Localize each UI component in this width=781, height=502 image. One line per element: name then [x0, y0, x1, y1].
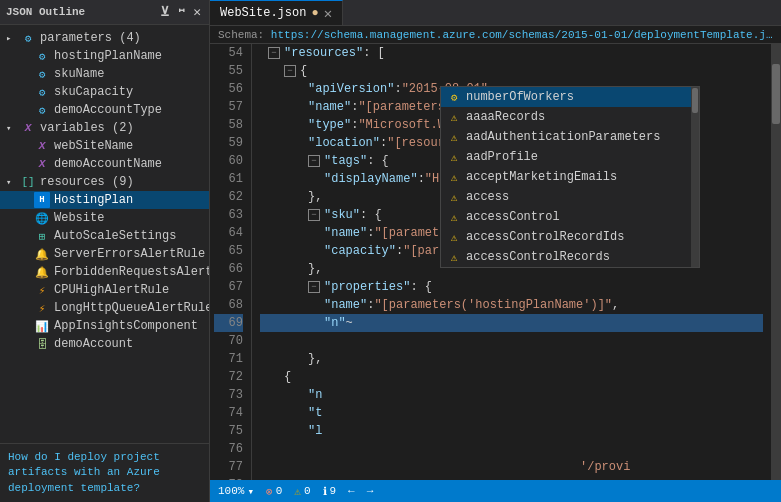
parameters-icon: ⚙ — [20, 30, 36, 46]
cpu-icon: ⚡ — [34, 282, 50, 298]
sidebar-item-resources[interactable]: ▾ [] resources (9) — [0, 173, 209, 191]
sidebar-item-demoAccount[interactable]: 🗄 demoAccount — [0, 335, 209, 353]
sidebar-tree: ▸ ⚙ parameters (4) ⚙ hostingPlanName ⚙ s… — [0, 25, 209, 443]
code-line-75: "l — [260, 422, 763, 440]
variables-label: variables (2) — [40, 121, 134, 135]
ac-item-accessControlRecords[interactable]: ⚠ accessControlRecords — [441, 247, 691, 267]
ac-label: aaaaRecords — [466, 110, 545, 124]
pin-icon[interactable]: ⊻ — [158, 4, 172, 20]
ac-label: numberOfWorkers — [466, 90, 574, 104]
tab-website-json[interactable]: WebSite.json ● ✕ — [210, 0, 343, 25]
ac-label: aadAuthenticationParameters — [466, 130, 660, 144]
status-bar: 100% ▾ ⊗ 0 ⚠ 0 ℹ 9 ← → — [210, 480, 781, 502]
tab-label: WebSite.json — [220, 6, 306, 20]
ac-item-accessControl[interactable]: ⚠ accessControl — [441, 207, 691, 227]
ac-label: acceptMarketingEmails — [466, 170, 617, 184]
schema-url[interactable]: https://schema.management.azure.com/sche… — [271, 29, 781, 41]
error-icon: ⊗ — [266, 485, 273, 498]
website-icon: 🌐 — [34, 210, 50, 226]
right-arrow-icon: → — [367, 485, 374, 497]
error-count[interactable]: ⊗ 0 — [266, 485, 282, 498]
var-icon: X — [34, 138, 50, 154]
expand-55[interactable]: − — [284, 65, 296, 77]
editor-scrollbar[interactable] — [771, 44, 781, 480]
expand-icon: ▸ — [6, 33, 20, 44]
ac-item-numberOfWorkers[interactable]: ⚙ numberOfWorkers — [441, 87, 691, 107]
sidebar-item-HostingPlan[interactable]: H HostingPlan — [0, 191, 209, 209]
close-icon[interactable]: ✕ — [191, 4, 203, 20]
error-value: 0 — [276, 485, 283, 497]
sidebar-item-AutoScaleSettings[interactable]: ⊞ AutoScaleSettings — [0, 227, 209, 245]
expand-54[interactable]: − — [268, 47, 280, 59]
tab-bar: WebSite.json ● ✕ — [210, 0, 781, 26]
param-icon: ⚙ — [34, 84, 50, 100]
nav-left[interactable]: ← — [348, 485, 355, 497]
ac-warn-icon: ⚠ — [447, 230, 461, 244]
sidebar-title: JSON Outline — [6, 6, 85, 18]
sidebar-item-variables[interactable]: ▾ X variables (2) — [0, 119, 209, 137]
expand-67[interactable]: − — [308, 281, 320, 293]
param-icon: ⚙ — [34, 66, 50, 82]
expand-63[interactable]: − — [308, 209, 320, 221]
code-line-70 — [260, 332, 763, 350]
sidebar-item-CPUHighAlertRule[interactable]: ⚡ CPUHighAlertRule — [0, 281, 209, 299]
parameters-label: parameters (4) — [40, 31, 141, 45]
code-line-74: "t — [260, 404, 763, 422]
left-arrow-icon: ← — [348, 485, 355, 497]
ac-warn-icon: ⚠ — [447, 190, 461, 204]
schema-bar: Schema: https://schema.management.azure.… — [210, 26, 781, 44]
resources-icon: [] — [20, 174, 36, 190]
autocomplete-scrollbar[interactable] — [691, 87, 699, 267]
ac-item-accessControlRecordIds[interactable]: ⚠ accessControlRecordIds — [441, 227, 691, 247]
ac-item-aadAuthenticationParameters[interactable]: ⚠ aadAuthenticationParameters — [441, 127, 691, 147]
sidebar-item-hostingPlanName[interactable]: ⚙ hostingPlanName — [0, 47, 209, 65]
code-line-77: '/provi — [260, 458, 763, 476]
insights-icon: 📊 — [34, 318, 50, 334]
warning-icon: ⚠ — [294, 485, 301, 498]
code-line-78 — [260, 476, 763, 480]
hosting-icon: H — [34, 192, 50, 208]
sidebar-item-skuName[interactable]: ⚙ skuName — [0, 65, 209, 83]
ac-label: access — [466, 190, 509, 204]
ac-item-aaaaRecords[interactable]: ⚠ aaaaRecords — [441, 107, 691, 127]
expand-icon: ▾ — [6, 123, 20, 134]
alert-icon: 🔔 — [34, 246, 50, 262]
unpin-icon[interactable]: ꟷ — [176, 4, 187, 20]
help-link[interactable]: How do I deploy project artifacts with a… — [0, 443, 209, 502]
sidebar-item-Website[interactable]: 🌐 Website — [0, 209, 209, 227]
sidebar-item-LongHttpQueueAlertRule[interactable]: ⚡ LongHttpQueueAlertRule — [0, 299, 209, 317]
info-value: 9 — [330, 485, 337, 497]
ac-item-access[interactable]: ⚠ access — [441, 187, 691, 207]
code-line-72: { — [260, 368, 763, 386]
sidebar-item-AppInsightsComponent[interactable]: 📊 AppInsightsComponent — [0, 317, 209, 335]
tab-close-button[interactable]: ✕ — [324, 5, 332, 22]
sidebar-item-demoAccountName[interactable]: X demoAccountName — [0, 155, 209, 173]
code-line-67: −"properties": { — [260, 278, 763, 296]
nav-right[interactable]: → — [367, 485, 374, 497]
resources-label: resources (9) — [40, 175, 134, 189]
expand-60[interactable]: − — [308, 155, 320, 167]
sidebar-item-ForbiddenRequestsAlertRule[interactable]: 🔔 ForbiddenRequestsAlertRule — [0, 263, 209, 281]
ac-scroll-thumb — [692, 88, 698, 113]
sidebar-item-skuCapacity[interactable]: ⚙ skuCapacity — [0, 83, 209, 101]
info-count[interactable]: ℹ 9 — [323, 485, 337, 498]
zoom-level[interactable]: 100% ▾ — [218, 485, 254, 498]
ac-gear-icon: ⚙ — [447, 90, 461, 104]
code-line-54: −"resources": [ — [260, 44, 763, 62]
variables-icon: X — [20, 120, 36, 136]
editor-body: 5455565758 5960616263 6465666768 69 7071… — [210, 44, 781, 480]
sidebar-item-ServerErrorsAlertRule[interactable]: 🔔 ServerErrorsAlertRule — [0, 245, 209, 263]
ac-item-aadProfile[interactable]: ⚠ aadProfile — [441, 147, 691, 167]
autocomplete-dropdown: ⚙ numberOfWorkers ⚠ aaaaRecords ⚠ aadAut… — [440, 86, 700, 268]
code-line-69: "n"~ — [260, 314, 763, 332]
sidebar-item-parameters[interactable]: ▸ ⚙ parameters (4) — [0, 29, 209, 47]
zoom-value: 100% — [218, 485, 244, 497]
sidebar-item-demoAccountType[interactable]: ⚙ demoAccountType — [0, 101, 209, 119]
ac-item-acceptMarketingEmails[interactable]: ⚠ acceptMarketingEmails — [441, 167, 691, 187]
ac-label: accessControlRecords — [466, 250, 610, 264]
sidebar-item-webSiteName[interactable]: X webSiteName — [0, 137, 209, 155]
ac-label: accessControlRecordIds — [466, 230, 624, 244]
alert-icon2: 🔔 — [34, 264, 50, 280]
schema-label: Schema: — [218, 29, 264, 41]
warning-count[interactable]: ⚠ 0 — [294, 485, 310, 498]
